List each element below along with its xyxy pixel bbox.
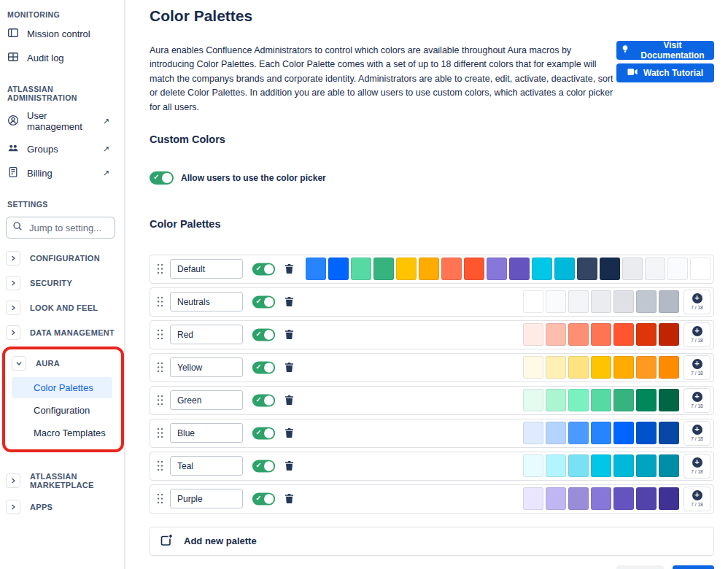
- palette-enabled-toggle[interactable]: ✓: [252, 394, 275, 406]
- delete-palette-button[interactable]: [282, 492, 297, 506]
- sidebar-section-atlassian-marketplace[interactable]: ATLASSIAN MARKETPLACE: [6, 468, 124, 493]
- color-swatch[interactable]: [600, 258, 620, 280]
- color-swatch[interactable]: [523, 356, 543, 379]
- color-swatch[interactable]: [306, 258, 326, 280]
- delete-palette-button[interactable]: [282, 328, 297, 341]
- sidebar-item-billing[interactable]: Billing ↗: [6, 161, 124, 185]
- search-input[interactable]: [28, 222, 109, 234]
- color-swatch[interactable]: [523, 323, 543, 346]
- save-button[interactable]: Save: [673, 565, 714, 569]
- palette-name-input[interactable]: [170, 259, 243, 279]
- color-swatch[interactable]: [351, 258, 371, 280]
- color-swatch[interactable]: [659, 356, 679, 379]
- color-swatch[interactable]: [636, 487, 657, 510]
- color-swatch[interactable]: [568, 454, 589, 477]
- color-swatch[interactable]: [523, 422, 543, 444]
- palette-enabled-toggle[interactable]: ✓: [252, 328, 275, 341]
- color-swatch[interactable]: [659, 290, 679, 313]
- color-swatch[interactable]: [591, 323, 611, 346]
- color-swatch[interactable]: [441, 258, 462, 280]
- drag-handle-icon[interactable]: [157, 460, 163, 471]
- color-swatch[interactable]: [636, 356, 657, 379]
- color-swatch[interactable]: [568, 290, 589, 313]
- color-swatch[interactable]: [636, 290, 657, 313]
- drag-handle-icon[interactable]: [157, 329, 163, 340]
- color-swatch[interactable]: [613, 487, 634, 510]
- color-swatch[interactable]: [636, 323, 657, 346]
- color-swatch[interactable]: [613, 422, 634, 444]
- color-swatch[interactable]: [591, 356, 611, 379]
- color-swatch[interactable]: [464, 258, 484, 280]
- color-swatch[interactable]: [659, 323, 679, 346]
- color-swatch[interactable]: [523, 487, 543, 510]
- color-swatch[interactable]: [328, 258, 349, 280]
- color-swatch[interactable]: [568, 422, 589, 444]
- sidebar-section-aura[interactable]: AURA: [12, 352, 120, 374]
- add-color-button[interactable]: + 7 / 18: [684, 421, 710, 446]
- palette-name-input[interactable]: [170, 489, 243, 508]
- watch-tutorial-button[interactable]: Watch Tutorial: [616, 63, 714, 82]
- color-swatch[interactable]: [645, 258, 665, 280]
- color-swatch[interactable]: [546, 422, 566, 444]
- sidebar-item-audit-log[interactable]: Audit log: [6, 46, 124, 70]
- drag-handle-icon[interactable]: [157, 296, 163, 307]
- color-swatch[interactable]: [568, 389, 589, 411]
- color-swatch[interactable]: [659, 454, 679, 477]
- delete-palette-button[interactable]: [282, 262, 297, 276]
- sidebar-item-configuration[interactable]: Configuration: [12, 400, 112, 421]
- sidebar-section-apps[interactable]: APPS: [6, 496, 124, 518]
- palette-name-input[interactable]: [170, 357, 243, 377]
- color-swatch[interactable]: [577, 258, 597, 280]
- add-color-button[interactable]: + 7 / 18: [684, 487, 710, 511]
- delete-palette-button[interactable]: [282, 295, 297, 309]
- color-swatch[interactable]: [690, 258, 710, 280]
- color-swatch[interactable]: [396, 258, 417, 280]
- palette-enabled-toggle[interactable]: ✓: [252, 427, 275, 439]
- sidebar-item-color-palettes[interactable]: Color Palettes: [12, 377, 112, 398]
- color-swatch[interactable]: [546, 290, 566, 313]
- color-swatch[interactable]: [636, 454, 657, 477]
- color-swatch[interactable]: [591, 487, 611, 510]
- drag-handle-icon[interactable]: [157, 493, 163, 504]
- color-swatch[interactable]: [546, 356, 566, 379]
- palette-name-input[interactable]: [170, 456, 243, 476]
- color-swatch[interactable]: [546, 323, 566, 346]
- color-swatch[interactable]: [636, 389, 657, 411]
- visit-documentation-button[interactable]: Visit Documentation: [616, 41, 714, 60]
- sidebar-item-user-management[interactable]: User management ↗: [6, 105, 124, 137]
- sidebar-item-groups[interactable]: Groups ↗: [6, 137, 124, 161]
- color-swatch[interactable]: [667, 258, 688, 280]
- color-swatch[interactable]: [613, 290, 634, 313]
- color-picker-toggle[interactable]: ✓: [150, 171, 174, 185]
- drag-handle-icon[interactable]: [157, 395, 163, 406]
- palette-enabled-toggle[interactable]: ✓: [252, 263, 275, 275]
- color-swatch[interactable]: [659, 487, 679, 510]
- color-swatch[interactable]: [613, 454, 634, 477]
- color-swatch[interactable]: [591, 290, 611, 313]
- color-swatch[interactable]: [659, 422, 679, 444]
- palette-enabled-toggle[interactable]: ✓: [252, 460, 275, 472]
- delete-palette-button[interactable]: [282, 426, 297, 440]
- sidebar-section-configuration[interactable]: CONFIGURATION: [6, 247, 124, 269]
- color-swatch[interactable]: [523, 290, 543, 313]
- palette-enabled-toggle[interactable]: ✓: [252, 492, 275, 505]
- drag-handle-icon[interactable]: [157, 427, 163, 438]
- palette-name-input[interactable]: [170, 390, 243, 410]
- color-swatch[interactable]: [659, 389, 679, 411]
- sidebar-section-look-and-feel[interactable]: LOOK AND FEEL: [6, 297, 124, 319]
- color-swatch[interactable]: [419, 258, 439, 280]
- add-color-button[interactable]: + 7 / 18: [684, 388, 710, 413]
- settings-search[interactable]: [6, 217, 115, 239]
- color-swatch[interactable]: [636, 422, 657, 444]
- color-swatch[interactable]: [554, 258, 575, 280]
- color-swatch[interactable]: [568, 323, 589, 346]
- color-swatch[interactable]: [613, 389, 634, 411]
- delete-palette-button[interactable]: [282, 393, 297, 407]
- sidebar-item-macro-templates[interactable]: Macro Templates: [12, 422, 112, 444]
- color-swatch[interactable]: [532, 258, 552, 280]
- drag-handle-icon[interactable]: [157, 263, 163, 274]
- color-swatch[interactable]: [591, 389, 611, 411]
- palette-name-input[interactable]: [170, 325, 243, 344]
- color-swatch[interactable]: [591, 454, 611, 477]
- add-color-button[interactable]: + 7 / 18: [684, 290, 710, 314]
